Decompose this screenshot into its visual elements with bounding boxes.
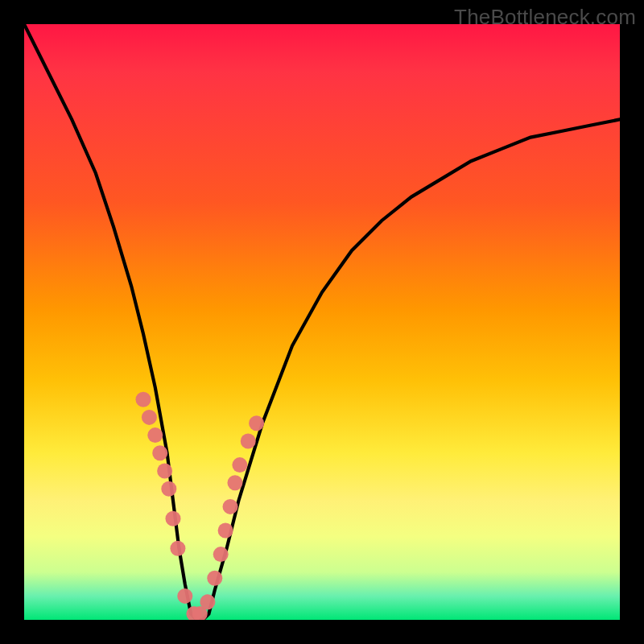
marker-dot <box>213 547 229 562</box>
marker-dot <box>249 415 264 431</box>
bottleneck-curve <box>24 24 620 620</box>
marker-dot <box>232 457 247 473</box>
marker-dot <box>136 392 151 407</box>
curve-svg <box>24 24 620 620</box>
marker-dot <box>166 511 181 526</box>
plot-area <box>24 24 620 620</box>
marker-dot <box>177 588 192 604</box>
highlight-points <box>136 392 265 620</box>
marker-dot <box>147 427 163 443</box>
marker-dot <box>161 481 176 497</box>
marker-dot <box>157 464 172 479</box>
marker-dot <box>227 475 242 490</box>
marker-dot <box>207 571 222 586</box>
marker-dot <box>170 541 185 556</box>
chart-frame: TheBottleneck.com <box>0 0 644 644</box>
marker-dot <box>142 410 157 425</box>
marker-dot <box>241 434 256 449</box>
watermark-text: TheBottleneck.com <box>454 5 636 30</box>
marker-dot <box>223 499 238 514</box>
marker-dot <box>218 523 233 539</box>
marker-dot <box>200 594 215 609</box>
marker-dot <box>152 445 167 460</box>
